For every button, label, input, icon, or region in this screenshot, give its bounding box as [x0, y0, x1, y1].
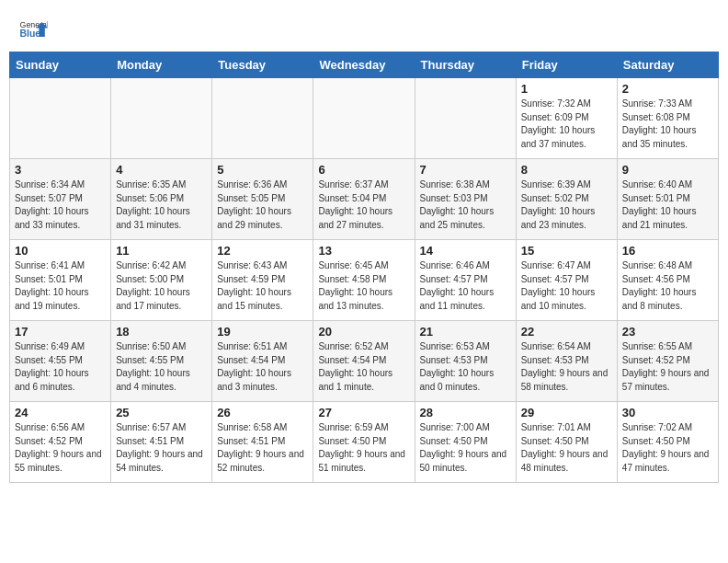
calendar-cell: 23Sunrise: 6:55 AM Sunset: 4:52 PM Dayli…	[617, 321, 718, 402]
day-header-sunday: Sunday	[10, 52, 111, 78]
calendar: SundayMondayTuesdayWednesdayThursdayFrid…	[9, 52, 719, 483]
calendar-cell: 7Sunrise: 6:38 AM Sunset: 5:03 PM Daylig…	[415, 159, 516, 240]
day-info: Sunrise: 6:43 AM Sunset: 4:59 PM Dayligh…	[217, 259, 308, 313]
day-number: 4	[116, 163, 207, 177]
day-number: 11	[116, 244, 207, 258]
calendar-cell	[10, 78, 111, 159]
calendar-cell: 24Sunrise: 6:56 AM Sunset: 4:52 PM Dayli…	[10, 402, 111, 483]
calendar-cell: 3Sunrise: 6:34 AM Sunset: 5:07 PM Daylig…	[10, 159, 111, 240]
day-header-friday: Friday	[516, 52, 617, 78]
calendar-cell	[212, 78, 313, 159]
day-number: 27	[318, 406, 409, 419]
calendar-header-row: SundayMondayTuesdayWednesdayThursdayFrid…	[10, 52, 719, 78]
day-header-thursday: Thursday	[415, 52, 516, 78]
day-number: 10	[15, 244, 106, 258]
calendar-cell: 9Sunrise: 6:40 AM Sunset: 5:01 PM Daylig…	[617, 159, 718, 240]
calendar-cell: 14Sunrise: 6:46 AM Sunset: 4:57 PM Dayli…	[415, 240, 516, 321]
day-info: Sunrise: 7:02 AM Sunset: 4:50 PM Dayligh…	[622, 421, 713, 475]
day-info: Sunrise: 6:37 AM Sunset: 5:04 PM Dayligh…	[318, 178, 409, 232]
day-info: Sunrise: 6:38 AM Sunset: 5:03 PM Dayligh…	[420, 178, 511, 232]
day-info: Sunrise: 7:01 AM Sunset: 4:50 PM Dayligh…	[521, 421, 612, 475]
day-number: 18	[116, 325, 207, 339]
day-info: Sunrise: 6:49 AM Sunset: 4:55 PM Dayligh…	[15, 340, 106, 394]
day-info: Sunrise: 6:48 AM Sunset: 4:56 PM Dayligh…	[622, 259, 713, 313]
day-number: 8	[521, 163, 612, 177]
day-number: 14	[420, 244, 511, 258]
day-header-wednesday: Wednesday	[313, 52, 415, 78]
svg-text:Blue: Blue	[20, 29, 41, 39]
calendar-cell: 8Sunrise: 6:39 AM Sunset: 5:02 PM Daylig…	[516, 159, 617, 240]
calendar-cell	[313, 78, 415, 159]
day-number: 28	[420, 406, 511, 419]
day-number: 23	[622, 325, 713, 339]
day-info: Sunrise: 6:46 AM Sunset: 4:57 PM Dayligh…	[420, 259, 511, 313]
calendar-wrapper: SundayMondayTuesdayWednesdayThursdayFrid…	[0, 52, 728, 492]
calendar-cell: 22Sunrise: 6:54 AM Sunset: 4:53 PM Dayli…	[516, 321, 617, 402]
day-number: 2	[622, 82, 713, 96]
day-number: 12	[217, 244, 308, 258]
day-info: Sunrise: 6:42 AM Sunset: 5:00 PM Dayligh…	[116, 259, 207, 313]
calendar-cell: 17Sunrise: 6:49 AM Sunset: 4:55 PM Dayli…	[10, 321, 111, 402]
calendar-cell: 4Sunrise: 6:35 AM Sunset: 5:06 PM Daylig…	[111, 159, 212, 240]
week-row-2: 3Sunrise: 6:34 AM Sunset: 5:07 PM Daylig…	[10, 159, 719, 240]
day-info: Sunrise: 6:55 AM Sunset: 4:52 PM Dayligh…	[622, 340, 713, 394]
calendar-cell: 25Sunrise: 6:57 AM Sunset: 4:51 PM Dayli…	[111, 402, 212, 483]
day-info: Sunrise: 6:59 AM Sunset: 4:50 PM Dayligh…	[318, 421, 409, 475]
day-number: 7	[420, 163, 511, 177]
day-number: 21	[420, 325, 511, 339]
day-info: Sunrise: 7:33 AM Sunset: 6:08 PM Dayligh…	[622, 98, 713, 151]
day-info: Sunrise: 6:36 AM Sunset: 5:05 PM Dayligh…	[217, 178, 308, 232]
day-info: Sunrise: 6:58 AM Sunset: 4:51 PM Dayligh…	[217, 421, 308, 475]
day-info: Sunrise: 6:57 AM Sunset: 4:51 PM Dayligh…	[116, 421, 207, 475]
day-header-saturday: Saturday	[617, 52, 718, 78]
day-number: 6	[318, 163, 409, 177]
day-number: 3	[15, 163, 106, 177]
calendar-cell: 18Sunrise: 6:50 AM Sunset: 4:55 PM Dayli…	[111, 321, 212, 402]
calendar-cell: 30Sunrise: 7:02 AM Sunset: 4:50 PM Dayli…	[617, 402, 718, 483]
day-number: 30	[622, 406, 713, 419]
day-info: Sunrise: 6:53 AM Sunset: 4:53 PM Dayligh…	[420, 340, 511, 394]
calendar-cell: 20Sunrise: 6:52 AM Sunset: 4:54 PM Dayli…	[313, 321, 415, 402]
day-info: Sunrise: 6:39 AM Sunset: 5:02 PM Dayligh…	[521, 178, 612, 232]
calendar-cell: 15Sunrise: 6:47 AM Sunset: 4:57 PM Dayli…	[516, 240, 617, 321]
calendar-cell: 19Sunrise: 6:51 AM Sunset: 4:54 PM Dayli…	[212, 321, 313, 402]
day-header-tuesday: Tuesday	[212, 52, 313, 78]
day-info: Sunrise: 6:54 AM Sunset: 4:53 PM Dayligh…	[521, 340, 612, 394]
day-info: Sunrise: 6:35 AM Sunset: 5:06 PM Dayligh…	[116, 178, 207, 232]
day-number: 1	[521, 82, 612, 96]
day-info: Sunrise: 6:41 AM Sunset: 5:01 PM Dayligh…	[15, 259, 106, 313]
day-number: 15	[521, 244, 612, 258]
calendar-cell: 1Sunrise: 7:32 AM Sunset: 6:09 PM Daylig…	[516, 78, 617, 159]
calendar-cell: 26Sunrise: 6:58 AM Sunset: 4:51 PM Dayli…	[212, 402, 313, 483]
week-row-4: 17Sunrise: 6:49 AM Sunset: 4:55 PM Dayli…	[10, 321, 719, 402]
day-number: 19	[217, 325, 308, 339]
calendar-cell: 16Sunrise: 6:48 AM Sunset: 4:56 PM Dayli…	[617, 240, 718, 321]
day-header-monday: Monday	[111, 52, 212, 78]
week-row-3: 10Sunrise: 6:41 AM Sunset: 5:01 PM Dayli…	[10, 240, 719, 321]
calendar-cell: 10Sunrise: 6:41 AM Sunset: 5:01 PM Dayli…	[10, 240, 111, 321]
day-info: Sunrise: 7:32 AM Sunset: 6:09 PM Dayligh…	[521, 98, 612, 151]
day-number: 16	[622, 244, 713, 258]
day-number: 17	[15, 325, 106, 339]
day-number: 25	[116, 406, 207, 419]
week-row-5: 24Sunrise: 6:56 AM Sunset: 4:52 PM Dayli…	[10, 402, 719, 483]
day-info: Sunrise: 6:52 AM Sunset: 4:54 PM Dayligh…	[318, 340, 409, 394]
day-info: Sunrise: 6:50 AM Sunset: 4:55 PM Dayligh…	[116, 340, 207, 394]
calendar-cell: 12Sunrise: 6:43 AM Sunset: 4:59 PM Dayli…	[212, 240, 313, 321]
calendar-cell	[111, 78, 212, 159]
calendar-cell: 29Sunrise: 7:01 AM Sunset: 4:50 PM Dayli…	[516, 402, 617, 483]
day-info: Sunrise: 6:51 AM Sunset: 4:54 PM Dayligh…	[217, 340, 308, 394]
calendar-cell: 5Sunrise: 6:36 AM Sunset: 5:05 PM Daylig…	[212, 159, 313, 240]
day-number: 26	[217, 406, 308, 419]
calendar-cell: 2Sunrise: 7:33 AM Sunset: 6:08 PM Daylig…	[617, 78, 718, 159]
day-info: Sunrise: 6:56 AM Sunset: 4:52 PM Dayligh…	[15, 421, 106, 475]
calendar-cell: 27Sunrise: 6:59 AM Sunset: 4:50 PM Dayli…	[313, 402, 415, 483]
day-info: Sunrise: 6:47 AM Sunset: 4:57 PM Dayligh…	[521, 259, 612, 313]
day-number: 29	[521, 406, 612, 419]
day-info: Sunrise: 6:45 AM Sunset: 4:58 PM Dayligh…	[318, 259, 409, 313]
calendar-cell: 28Sunrise: 7:00 AM Sunset: 4:50 PM Dayli…	[415, 402, 516, 483]
week-row-1: 1Sunrise: 7:32 AM Sunset: 6:09 PM Daylig…	[10, 78, 719, 159]
day-number: 22	[521, 325, 612, 339]
day-number: 13	[318, 244, 409, 258]
calendar-cell: 11Sunrise: 6:42 AM Sunset: 5:00 PM Dayli…	[111, 240, 212, 321]
